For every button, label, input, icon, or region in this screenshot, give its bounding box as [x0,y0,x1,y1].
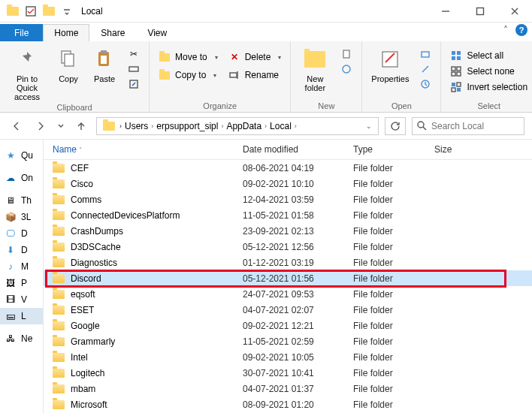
svg-rect-9 [230,73,237,77]
file-row[interactable]: Grammarly11-05-2021 02:59File folder [44,333,532,349]
search-icon [417,121,427,131]
invert-selection-button[interactable]: Invert selection [447,80,530,94]
paste-shortcut-button[interactable] [125,77,143,91]
properties-icon [378,47,402,71]
delete-button[interactable]: ✕Delete [225,50,285,64]
chevron-right-icon[interactable]: › [119,122,122,130]
svg-rect-0 [26,7,35,16]
nav-network[interactable]: 🖧Ne [0,330,43,347]
svg-rect-10 [343,50,349,58]
properties-button[interactable]: Properties [368,44,412,83]
nav-local-disk[interactable]: 🖴L [0,308,43,324]
up-button[interactable] [72,117,90,135]
help-icon[interactable]: ? [515,24,527,36]
file-row[interactable]: Intel09-02-2021 10:05File folder [44,349,532,365]
nav-desktop[interactable]: 🖵D [0,225,43,242]
copy-button[interactable]: Copy [53,44,84,83]
nav-quick-access[interactable]: ★Qu [0,147,43,164]
nav-pictures[interactable]: 🖼P [0,275,43,291]
move-icon [159,51,171,63]
folder-icon [53,243,65,252]
tab-share[interactable]: Share [89,24,136,41]
svg-rect-21 [452,72,455,76]
folder-icon [53,164,65,173]
tab-home[interactable]: Home [43,24,89,41]
tab-file[interactable]: File [0,24,43,41]
copy-path-button[interactable] [125,62,143,76]
new-folder-button[interactable]: New folder [297,44,333,92]
nav-pane[interactable]: ★Qu ☁On 🖥Th 📦3L 🖵D ⬇D ♪M 🖼P 🎞V 🖴L 🖧Ne [0,140,44,413]
nav-3d[interactable]: 📦3L [0,209,43,225]
move-to-button[interactable]: Move to [156,50,221,64]
breadcrumb-item[interactable]: erpsupport_sipl› [155,121,225,131]
select-none-button[interactable]: Select none [447,65,530,78]
group-new: New folder New [291,41,362,112]
copyto-icon [159,69,171,81]
svg-rect-6 [101,56,107,64]
address-bar[interactable]: › Users›erpsupport_sipl›AppData›Local› ⌄ [96,117,379,135]
breadcrumb-item[interactable]: AppData› [225,121,268,131]
file-row[interactable]: CEF08-06-2021 04:19File folder [44,160,532,176]
tab-view[interactable]: View [136,24,178,41]
nav-music[interactable]: ♪M [0,258,43,275]
col-date[interactable]: Date modified [243,144,353,155]
nav-onedrive[interactable]: ☁On [0,170,43,186]
file-row[interactable]: mbam04-07-2021 01:37File folder [44,381,532,396]
file-row[interactable]: Logitech30-07-2021 10:41File folder [44,365,532,381]
close-button[interactable] [497,0,532,23]
folder-icon [53,306,65,315]
open-button[interactable] [416,47,434,61]
qat-overflow[interactable] [59,3,75,20]
easy-access-icon [340,63,352,75]
file-row[interactable]: Cisco09-02-2021 10:10File folder [44,176,532,191]
file-row[interactable]: ConnectedDevicesPlatform11-05-2021 01:58… [44,207,532,223]
file-row[interactable]: CrashDumps23-09-2021 02:13File folder [44,223,532,239]
file-row[interactable]: Diagnostics01-12-2021 03:19File folder [44,255,532,270]
select-all-button[interactable]: Select all [447,49,530,62]
easy-access-button[interactable] [337,62,355,76]
scissors-icon: ✂ [128,48,140,60]
paste-button[interactable]: Paste [89,44,120,83]
back-button[interactable] [8,117,26,135]
collapse-ribbon-icon[interactable]: ˄ [503,25,508,35]
qat-folder-icon[interactable] [5,3,21,20]
forward-button[interactable] [32,117,50,135]
svg-rect-3 [65,54,74,66]
file-row[interactable]: D3DSCache05-12-2021 12:56File folder [44,239,532,255]
group-open: Properties Open [362,41,441,112]
col-name[interactable]: Name [53,144,243,155]
copy-to-button[interactable]: Copy to [156,68,221,82]
address-dropdown[interactable]: ⌄ [363,122,375,130]
recent-locations-button[interactable] [56,117,66,135]
file-row[interactable]: ESET04-07-2021 02:07File folder [44,302,532,318]
edit-button[interactable] [416,62,434,76]
pin-to-quick-access-button[interactable]: Pin to Quick access [6,44,48,101]
minimize-button[interactable] [428,0,463,23]
rename-button[interactable]: Rename [225,68,285,82]
search-input[interactable]: Search Local [412,117,524,135]
file-row[interactable]: Microsoft08-09-2021 01:20File folder [44,396,532,412]
nav-downloads[interactable]: ⬇D [0,242,43,258]
refresh-button[interactable] [385,117,406,135]
qat-checkbox[interactable] [23,3,39,20]
file-row[interactable]: Comms12-04-2021 03:59File folder [44,191,532,207]
qat-folder2-icon[interactable] [41,3,57,20]
column-headers[interactable]: Name Date modified Type Size [44,140,532,160]
folder-icon [53,274,65,283]
file-row[interactable]: eqsoft24-07-2021 09:53File folder [44,286,532,302]
history-button[interactable] [416,77,434,91]
group-organize: Move to Copy to ✕Delete Rename Organize [150,41,291,112]
group-select: Select all Select none Invert selection … [441,41,532,112]
new-item-button[interactable] [337,47,355,61]
breadcrumb-item[interactable]: Users› [123,121,155,131]
file-row[interactable]: Discord05-12-2021 01:56File folder [44,270,532,286]
nav-videos[interactable]: 🎞V [0,291,43,308]
cut-button[interactable]: ✂ [125,47,143,61]
nav-this-pc[interactable]: 🖥Th [0,192,43,209]
maximize-button[interactable] [463,0,497,23]
col-type[interactable]: Type [353,144,434,155]
file-row[interactable]: Google09-02-2021 12:21File folder [44,318,532,333]
svg-rect-5 [101,50,107,53]
breadcrumb-item[interactable]: Local› [268,121,298,131]
col-size[interactable]: Size [434,144,494,155]
